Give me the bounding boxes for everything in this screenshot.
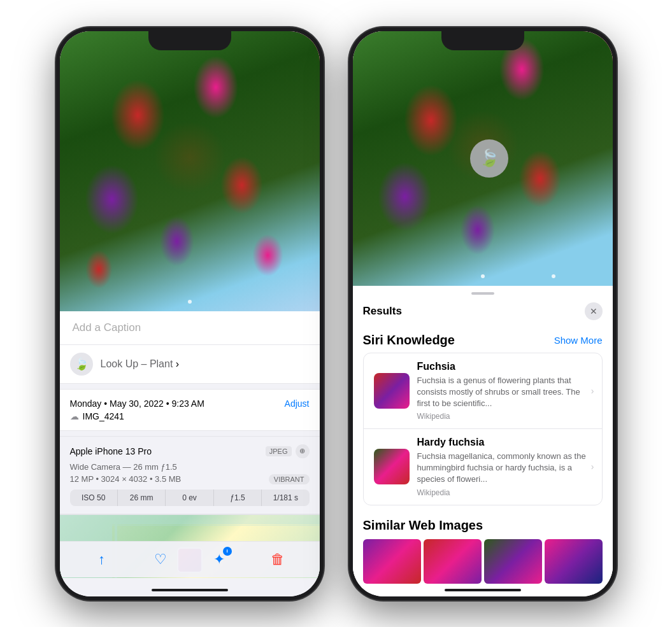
device-name-text: Apple iPhone 13 Pro	[70, 446, 152, 456]
hardy-source: Wikipedia	[417, 488, 592, 497]
delete-button[interactable]: 🗑	[266, 548, 289, 571]
photo-dot-indicator	[188, 300, 192, 304]
show-more-button[interactable]: Show More	[554, 335, 603, 346]
siri-dot	[552, 274, 555, 278]
hardy-info: Hardy fuchsia Fuchsia magellanica, commo…	[417, 437, 592, 497]
vibrant-badge: VIBRANT	[269, 474, 310, 484]
adjust-button[interactable]: Adjust	[285, 398, 310, 409]
trash-icon: 🗑	[271, 551, 285, 568]
similar-images-grid	[363, 539, 603, 584]
home-bar	[152, 589, 228, 591]
phone1-screen: Add a Caption 🍃 Look Up – Plant › Monday…	[60, 31, 320, 596]
favorite-button[interactable]: ♡	[149, 548, 172, 571]
result-item-fuchsia[interactable]: Fuchsia Fuchsia is a genus of flowering …	[364, 353, 602, 430]
hardy-name: Hardy fuchsia	[417, 437, 592, 448]
exif-row: ISO 50 26 mm 0 ev ƒ1.5 1/181 s	[70, 490, 310, 506]
similar-image-2[interactable]	[424, 539, 482, 584]
notch-2	[441, 31, 524, 50]
panel-header: Results ✕	[353, 295, 613, 325]
siri-orb: 🍃	[470, 139, 508, 178]
lookup-label-text: Look Up – Plant ›	[101, 358, 180, 370]
phone-2: 🍃 Results ✕ Siri Knowledge Show More	[349, 27, 617, 600]
fuchsia-name: Fuchsia	[417, 361, 592, 372]
close-icon: ✕	[590, 306, 597, 316]
siri-knowledge-header: Siri Knowledge Show More	[353, 325, 613, 353]
share-icon: ↑	[98, 551, 105, 568]
info-button[interactable]: ✦ i	[208, 548, 231, 571]
notch	[148, 31, 231, 50]
exif-shutter: 1/181 s	[262, 490, 309, 506]
result-item-hardy[interactable]: Hardy fuchsia Fuchsia magellanica, commo…	[364, 429, 602, 505]
phone2-screen: 🍃 Results ✕ Siri Knowledge Show More	[353, 31, 613, 596]
date-info-section: Monday • May 30, 2022 • 9:23 AM Adjust ☁…	[60, 389, 320, 431]
caption-input[interactable]: Add a Caption	[60, 311, 320, 345]
siri-knowledge-title: Siri Knowledge	[363, 333, 455, 348]
phone-1: Add a Caption 🍃 Look Up – Plant › Monday…	[56, 27, 324, 600]
photo-dot-2	[481, 274, 485, 278]
panel-title: Results	[363, 305, 402, 318]
geo-icon: ⊕	[296, 444, 310, 458]
exif-aperture: ƒ1.5	[214, 490, 262, 506]
similar-images-title: Similar Web Images	[363, 518, 603, 533]
caption-placeholder-text: Add a Caption	[73, 321, 141, 334]
camera-specs-wide: Wide Camera — 26 mm ƒ1.5	[70, 462, 310, 472]
exif-ev: 0 ev	[166, 490, 213, 506]
similar-web-images-section: Similar Web Images	[353, 511, 613, 589]
lookup-icon-bg: 🍃	[70, 353, 93, 376]
fuchsia-desc: Fuchsia is a genus of flowering plants t…	[417, 375, 592, 410]
date-text: Monday • May 30, 2022 • 9:23 AM	[70, 398, 204, 409]
toolbar: ↑ ♡ ✦ i 🗑	[60, 541, 320, 577]
lookup-row[interactable]: 🍃 Look Up – Plant ›	[60, 345, 320, 384]
leaf-icon: 🍃	[75, 357, 89, 371]
share-button[interactable]: ↑	[90, 548, 113, 571]
similar-image-1[interactable]	[363, 539, 421, 584]
info-badge: i	[223, 547, 232, 556]
home-bar-2	[445, 589, 521, 591]
hardy-desc: Fuchsia magellanica, commonly known as t…	[417, 451, 592, 486]
camera-specs-mp: 12 MP • 3024 × 4032 • 3.5 MB VIBRANT	[70, 474, 310, 484]
exif-focal: 26 mm	[118, 490, 166, 506]
similar-image-3[interactable]	[484, 539, 542, 584]
close-button[interactable]: ✕	[585, 302, 603, 320]
siri-leaf-icon: 🍃	[479, 148, 499, 168]
fuchsia-source: Wikipedia	[417, 412, 592, 421]
jpeg-badge: JPEG	[266, 446, 292, 456]
fuchsia-info: Fuchsia Fuchsia is a genus of flowering …	[417, 361, 592, 421]
hardy-chevron-icon: ›	[591, 461, 594, 472]
exif-iso: ISO 50	[70, 490, 118, 506]
results-panel: Results ✕ Siri Knowledge Show More	[353, 292, 613, 589]
results-card: Fuchsia Fuchsia is a genus of flowering …	[363, 353, 603, 505]
fuchsia-thumbnail	[374, 373, 410, 409]
fuchsia-chevron-icon: ›	[591, 386, 594, 396]
similar-image-4[interactable]	[545, 539, 603, 584]
device-section: Apple iPhone 13 Pro JPEG ⊕ Wide Camera —…	[60, 436, 320, 514]
flower-photo[interactable]	[60, 31, 320, 311]
heart-icon: ♡	[154, 551, 167, 568]
cloud-icon: ☁	[70, 411, 79, 421]
hardy-thumbnail	[374, 449, 410, 484]
sparkle-icon: ✦	[213, 551, 225, 568]
filename-text: IMG_4241	[83, 411, 124, 421]
flower-photo-2[interactable]: 🍃	[353, 31, 613, 286]
